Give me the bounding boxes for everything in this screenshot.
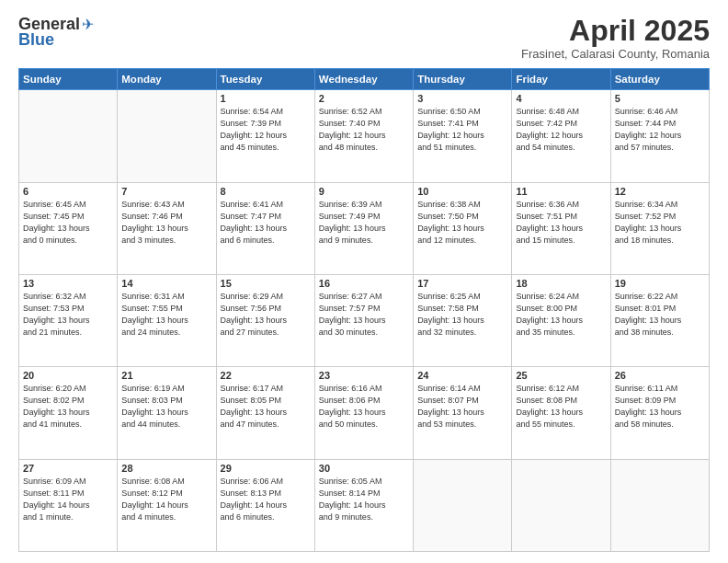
day-info: Sunrise: 6:12 AMSunset: 8:08 PMDaylight:… [516,383,606,431]
calendar-cell: 24Sunrise: 6:14 AMSunset: 8:07 PMDayligh… [414,367,512,459]
day-number: 2 [319,93,409,104]
day-number: 21 [121,370,211,381]
day-info: Sunrise: 6:25 AMSunset: 7:58 PMDaylight:… [417,291,507,339]
day-number: 30 [319,463,409,474]
day-info: Sunrise: 6:29 AMSunset: 7:56 PMDaylight:… [221,291,311,339]
calendar-cell: 22Sunrise: 6:17 AMSunset: 8:05 PMDayligh… [216,367,314,459]
day-number: 11 [516,186,606,197]
calendar-cell: 2Sunrise: 6:52 AMSunset: 7:40 PMDaylight… [314,90,413,182]
day-info: Sunrise: 6:41 AMSunset: 7:47 PMDaylight:… [221,199,311,247]
calendar-cell: 21Sunrise: 6:19 AMSunset: 8:03 PMDayligh… [118,367,216,459]
col-tuesday: Tuesday [216,69,314,90]
day-info: Sunrise: 6:52 AMSunset: 7:40 PMDaylight:… [319,106,409,154]
col-saturday: Saturday [610,69,709,90]
calendar-cell: 5Sunrise: 6:46 AMSunset: 7:44 PMDaylight… [610,90,709,182]
day-number: 19 [615,278,705,289]
col-monday: Monday [118,69,216,90]
day-info: Sunrise: 6:45 AMSunset: 7:45 PMDaylight:… [23,199,113,247]
day-info: Sunrise: 6:09 AMSunset: 8:11 PMDaylight:… [23,476,113,523]
calendar-week-row: 6Sunrise: 6:45 AMSunset: 7:45 PMDaylight… [19,182,710,274]
day-number: 10 [417,186,507,197]
day-number: 17 [417,278,507,289]
calendar-cell: 13Sunrise: 6:32 AMSunset: 7:53 PMDayligh… [19,274,118,366]
calendar-cell: 23Sunrise: 6:16 AMSunset: 8:06 PMDayligh… [314,367,413,459]
day-number: 20 [23,370,113,381]
col-sunday: Sunday [19,69,118,90]
day-info: Sunrise: 6:27 AMSunset: 7:57 PMDaylight:… [319,291,409,339]
calendar-cell: 16Sunrise: 6:27 AMSunset: 7:57 PMDayligh… [314,274,413,366]
day-info: Sunrise: 6:06 AMSunset: 8:13 PMDaylight:… [221,476,311,523]
col-wednesday: Wednesday [314,69,413,90]
day-info: Sunrise: 6:19 AMSunset: 8:03 PMDaylight:… [121,383,211,431]
calendar-cell: 29Sunrise: 6:06 AMSunset: 8:13 PMDayligh… [216,459,314,551]
day-info: Sunrise: 6:20 AMSunset: 8:02 PMDaylight:… [23,383,113,431]
day-info: Sunrise: 6:22 AMSunset: 8:01 PMDaylight:… [615,291,705,339]
day-number: 4 [516,93,606,104]
day-info: Sunrise: 6:48 AMSunset: 7:42 PMDaylight:… [516,106,606,154]
calendar-cell [512,459,610,551]
day-number: 15 [221,278,311,289]
calendar-cell [118,90,216,182]
calendar-cell: 1Sunrise: 6:54 AMSunset: 7:39 PMDaylight… [216,90,314,182]
day-info: Sunrise: 6:24 AMSunset: 8:00 PMDaylight:… [516,291,606,339]
day-info: Sunrise: 6:11 AMSunset: 8:09 PMDaylight:… [615,383,705,431]
day-info: Sunrise: 6:54 AMSunset: 7:39 PMDaylight:… [221,106,311,154]
day-number: 27 [23,463,113,474]
calendar-cell: 20Sunrise: 6:20 AMSunset: 8:02 PMDayligh… [19,367,118,459]
day-number: 6 [23,186,113,197]
calendar-cell: 9Sunrise: 6:39 AMSunset: 7:49 PMDaylight… [314,182,413,274]
page: General ✈ Blue April 2025 Frasinet, Cala… [0,0,728,563]
day-number: 1 [221,93,311,104]
logo-blue: Blue [18,30,54,50]
day-number: 12 [615,186,705,197]
day-number: 22 [221,370,311,381]
day-info: Sunrise: 6:46 AMSunset: 7:44 PMDaylight:… [615,106,705,154]
calendar-cell: 27Sunrise: 6:09 AMSunset: 8:11 PMDayligh… [19,459,118,551]
day-number: 9 [319,186,409,197]
day-info: Sunrise: 6:05 AMSunset: 8:14 PMDaylight:… [319,476,409,523]
day-number: 7 [121,186,211,197]
calendar-cell [19,90,118,182]
day-number: 28 [121,463,211,474]
day-number: 16 [319,278,409,289]
calendar-cell: 7Sunrise: 6:43 AMSunset: 7:46 PMDaylight… [118,182,216,274]
calendar-cell: 19Sunrise: 6:22 AMSunset: 8:01 PMDayligh… [610,274,709,366]
header: General ✈ Blue April 2025 Frasinet, Cala… [18,15,710,61]
calendar-cell: 10Sunrise: 6:38 AMSunset: 7:50 PMDayligh… [414,182,512,274]
day-number: 14 [121,278,211,289]
day-number: 13 [23,278,113,289]
day-info: Sunrise: 6:32 AMSunset: 7:53 PMDaylight:… [23,291,113,339]
day-info: Sunrise: 6:50 AMSunset: 7:41 PMDaylight:… [417,106,507,154]
calendar-table: Sunday Monday Tuesday Wednesday Thursday… [18,68,710,552]
calendar-cell: 15Sunrise: 6:29 AMSunset: 7:56 PMDayligh… [216,274,314,366]
day-info: Sunrise: 6:36 AMSunset: 7:51 PMDaylight:… [516,199,606,247]
calendar-cell: 18Sunrise: 6:24 AMSunset: 8:00 PMDayligh… [512,274,610,366]
calendar-cell: 25Sunrise: 6:12 AMSunset: 8:08 PMDayligh… [512,367,610,459]
calendar-cell [610,459,709,551]
calendar-cell: 14Sunrise: 6:31 AMSunset: 7:55 PMDayligh… [118,274,216,366]
col-friday: Friday [512,69,610,90]
day-number: 26 [615,370,705,381]
day-number: 18 [516,278,606,289]
day-info: Sunrise: 6:43 AMSunset: 7:46 PMDaylight:… [121,199,211,247]
day-info: Sunrise: 6:38 AMSunset: 7:50 PMDaylight:… [417,199,507,247]
day-info: Sunrise: 6:31 AMSunset: 7:55 PMDaylight:… [121,291,211,339]
day-number: 29 [221,463,311,474]
day-number: 23 [319,370,409,381]
calendar-cell: 3Sunrise: 6:50 AMSunset: 7:41 PMDaylight… [414,90,512,182]
calendar-cell: 6Sunrise: 6:45 AMSunset: 7:45 PMDaylight… [19,182,118,274]
day-info: Sunrise: 6:08 AMSunset: 8:12 PMDaylight:… [121,476,211,523]
calendar-cell: 4Sunrise: 6:48 AMSunset: 7:42 PMDaylight… [512,90,610,182]
calendar-cell: 8Sunrise: 6:41 AMSunset: 7:47 PMDaylight… [216,182,314,274]
calendar-cell: 11Sunrise: 6:36 AMSunset: 7:51 PMDayligh… [512,182,610,274]
day-info: Sunrise: 6:39 AMSunset: 7:49 PMDaylight:… [319,199,409,247]
calendar-week-row: 27Sunrise: 6:09 AMSunset: 8:11 PMDayligh… [19,459,710,551]
calendar-week-row: 13Sunrise: 6:32 AMSunset: 7:53 PMDayligh… [19,274,710,366]
calendar-header-row: Sunday Monday Tuesday Wednesday Thursday… [19,69,710,90]
month-title: April 2025 [521,15,710,47]
day-number: 24 [417,370,507,381]
calendar-cell: 30Sunrise: 6:05 AMSunset: 8:14 PMDayligh… [314,459,413,551]
calendar-cell: 17Sunrise: 6:25 AMSunset: 7:58 PMDayligh… [414,274,512,366]
logo-bird-icon: ✈ [82,16,94,33]
day-number: 8 [221,186,311,197]
